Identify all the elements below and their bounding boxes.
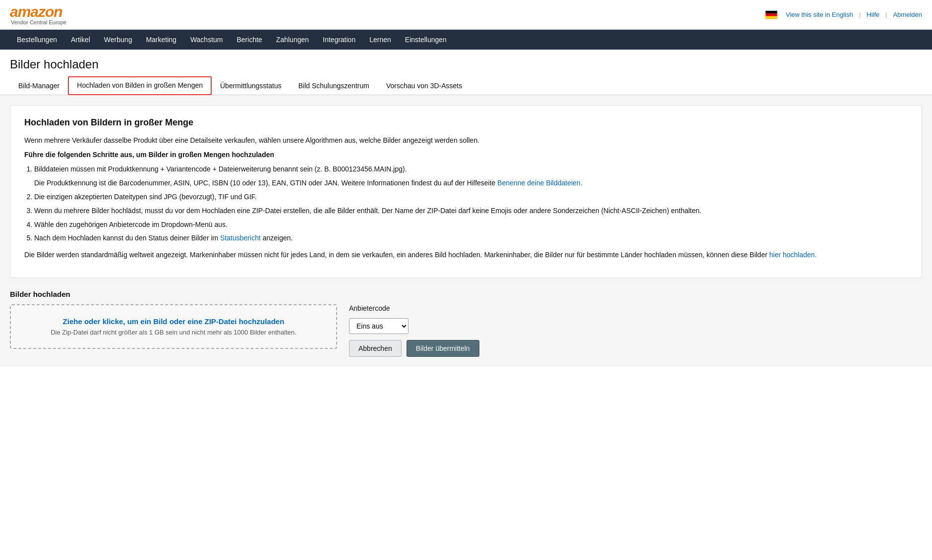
- step-1-sub: Die Produktkennung ist die Barcodenummer…: [34, 177, 908, 189]
- german-flag-icon: [765, 10, 778, 19]
- info-card-title: Hochladen von Bildern in großer Menge: [24, 117, 908, 128]
- logout-link[interactable]: Abmelden: [893, 11, 922, 18]
- top-header: amazon Vendor Central Europe View this s…: [0, 0, 932, 30]
- nav-einstellungen[interactable]: Einstellungen: [398, 30, 454, 50]
- steps-list: Bilddateien müssen mit Produktkennung + …: [34, 164, 908, 244]
- tab-hochladen-mengen[interactable]: Hochladen von Bilden in großen Mengen: [68, 76, 212, 95]
- upload-controls: Anbietercode Eins aus Abbrechen Bilder ü…: [349, 304, 479, 357]
- page-title-area: Bilder hochladen: [0, 50, 932, 76]
- step-2: Die einzigen akzeptierten Dateitypen sin…: [34, 191, 908, 203]
- nav-integration[interactable]: Integration: [316, 30, 362, 50]
- info-card-intro: Wenn mehrere Verkäufer dasselbe Produkt …: [24, 135, 908, 146]
- upload-sub-text: Die Zip-Datei darf nicht größer als 1 GB…: [51, 329, 296, 336]
- step-1: Bilddateien müssen mit Produktkennung + …: [34, 164, 908, 189]
- header-right: View this site in English | Hilfe | Abme…: [765, 10, 922, 19]
- nav-wachstum[interactable]: Wachstum: [183, 30, 230, 50]
- header-links: View this site in English | Hilfe | Abme…: [786, 11, 922, 18]
- hier-hochladen-link[interactable]: hier hochladen.: [769, 251, 817, 259]
- vendor-label: Anbietercode: [349, 304, 479, 312]
- upload-main-text: Ziehe oder klicke, um ein Bild oder eine…: [63, 317, 285, 326]
- logo-area: amazon Vendor Central Europe: [10, 4, 66, 25]
- step-3: Wenn du mehrere Bilder hochlädst, musst …: [34, 205, 908, 217]
- vendor-select[interactable]: Eins aus: [349, 318, 408, 334]
- tab-vorschau-3d[interactable]: Vorschau von 3D-Assets: [378, 77, 470, 95]
- view-english-link[interactable]: View this site in English: [786, 11, 853, 18]
- nav-lernen[interactable]: Lernen: [362, 30, 398, 50]
- svg-rect-1: [765, 13, 777, 16]
- amazon-logo: amazon: [10, 4, 62, 19]
- cancel-button[interactable]: Abbrechen: [349, 340, 402, 357]
- nav-werbung[interactable]: Werbung: [97, 30, 139, 50]
- info-card-footer: Die Bilder werden standardmäßig weltweit…: [24, 249, 908, 260]
- bilddateien-link[interactable]: Benenne deine Bilddateien.: [497, 179, 582, 187]
- nav-bar: Bestellungen Artikel Werbung Marketing W…: [0, 30, 932, 50]
- submit-button[interactable]: Bilder übermitteln: [407, 340, 479, 357]
- svg-rect-0: [765, 11, 777, 13]
- tabs-bar: Bild-Manager Hochladen von Bilden in gro…: [0, 76, 932, 95]
- page-title: Bilder hochladen: [10, 57, 922, 71]
- nav-zahlungen[interactable]: Zahlungen: [269, 30, 316, 50]
- tab-uebermittlungsstatus[interactable]: Übermittlungsstatus: [212, 77, 290, 95]
- main-content: Hochladen von Bildern in großer Menge We…: [0, 95, 932, 367]
- upload-dropzone[interactable]: Ziehe oder klicke, um ein Bild oder eine…: [10, 304, 337, 349]
- nav-berichte[interactable]: Berichte: [230, 30, 269, 50]
- statusbericht-link[interactable]: Statusbericht: [220, 234, 261, 242]
- upload-section: Bilder hochladen Ziehe oder klicke, um e…: [10, 290, 922, 357]
- nav-artikel[interactable]: Artikel: [64, 30, 97, 50]
- upload-section-title: Bilder hochladen: [10, 290, 922, 298]
- help-link[interactable]: Hilfe: [867, 11, 879, 18]
- logo-subtitle: Vendor Central Europe: [11, 19, 66, 25]
- tab-bild-schulungszentrum[interactable]: Bild Schulungszentrum: [290, 77, 378, 95]
- tab-bild-manager[interactable]: Bild-Manager: [10, 77, 68, 95]
- svg-rect-2: [765, 16, 777, 18]
- info-card: Hochladen von Bildern in großer Menge We…: [10, 105, 922, 278]
- nav-bestellungen[interactable]: Bestellungen: [10, 30, 64, 50]
- nav-marketing[interactable]: Marketing: [139, 30, 183, 50]
- upload-row: Ziehe oder klicke, um ein Bild oder eine…: [10, 304, 922, 357]
- step-5: Nach dem Hochladen kannst du den Status …: [34, 232, 908, 244]
- steps-heading: Führe die folgenden Schritte aus, um Bil…: [24, 151, 908, 159]
- button-row: Abbrechen Bilder übermitteln: [349, 340, 479, 357]
- step-4: Wähle den zugehörigen Anbietercode im Dr…: [34, 219, 908, 231]
